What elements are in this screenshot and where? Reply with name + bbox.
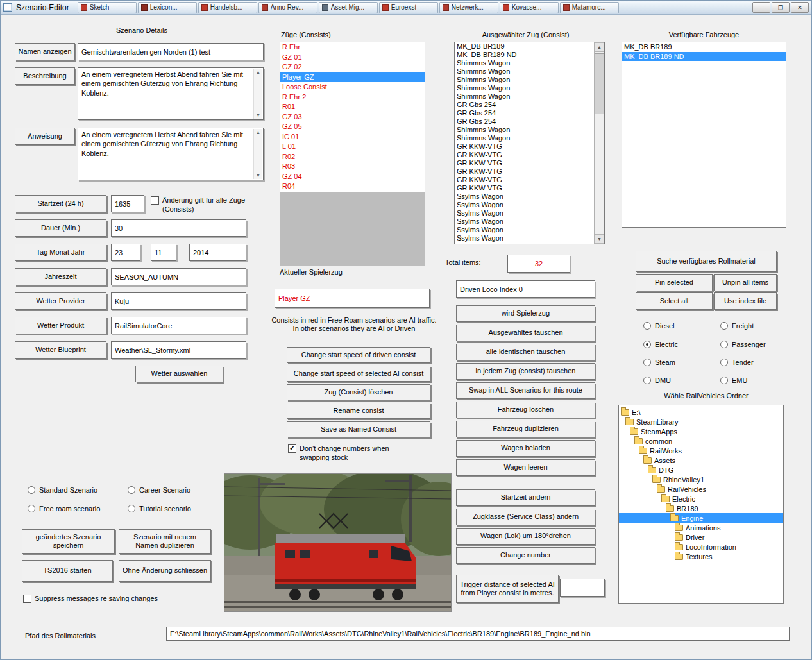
- year-field[interactable]: 2014: [189, 244, 246, 261]
- vehicle-item[interactable]: MK_DB BR189 ND: [622, 52, 786, 62]
- consist-item[interactable]: IC 01: [280, 132, 425, 142]
- consist-vehicle-item[interactable]: Shimmns Wagon: [455, 67, 594, 76]
- radio-circle[interactable]: [720, 377, 728, 384]
- driven-loco-index-field[interactable]: Driven Loco Index 0: [456, 280, 595, 298]
- tree-item[interactable]: RailVehicles: [619, 484, 783, 494]
- tree-item[interactable]: DTG: [619, 465, 783, 475]
- taskbar-tab[interactable]: Handelsb...: [198, 2, 257, 13]
- consist-item[interactable]: R02: [280, 152, 425, 162]
- taskbar-tab[interactable]: Sketch: [78, 2, 137, 13]
- consist-vehicle-item[interactable]: GR KKW-VTG: [455, 176, 594, 184]
- start-time-field[interactable]: 1635: [111, 195, 144, 212]
- consist-vehicle-item[interactable]: Shimmns Wagon: [455, 84, 594, 92]
- taskbar-tab[interactable]: Netzwerk...: [439, 2, 498, 13]
- show-name-button[interactable]: Namen anzeigen: [15, 43, 75, 60]
- tree-item[interactable]: common: [619, 436, 783, 446]
- description-scrollbar[interactable]: ▲ ▼: [253, 69, 262, 119]
- consist-vehicle-item[interactable]: Ssylms Wagon: [455, 201, 594, 209]
- consist-vehicle-item[interactable]: GR KKW-VTG: [455, 151, 594, 159]
- consist-item[interactable]: GZ 05: [280, 122, 425, 132]
- scroll-up-arrow[interactable]: ▲: [595, 42, 604, 52]
- weather-blueprint-field[interactable]: Weather\SL_Stormy.xml: [111, 341, 246, 359]
- select-all-button[interactable]: Select all: [636, 292, 713, 310]
- radio-circle[interactable]: [643, 341, 651, 348]
- radio-steam[interactable]: Steam: [643, 359, 675, 366]
- tree-item[interactable]: Driver: [619, 532, 783, 542]
- tree-item[interactable]: Animations: [619, 523, 783, 532]
- change-service-class-button[interactable]: Zugklasse (Service Class) ändern: [456, 509, 595, 525]
- season-button[interactable]: Jahreszeit: [15, 268, 106, 285]
- consist-vehicle-item[interactable]: Ssylms Wagon: [455, 217, 594, 226]
- tree-item[interactable]: SteamLibrary: [619, 417, 783, 427]
- consist-vehicle-item[interactable]: Ssylms Wagon: [455, 226, 594, 234]
- radio-freight[interactable]: Freight: [720, 322, 754, 330]
- minimize-button[interactable]: —: [752, 2, 770, 13]
- selected-consist-scrollbar[interactable]: ▲ ▼: [594, 42, 604, 244]
- total-items-field[interactable]: 32: [507, 255, 570, 273]
- radio-circle[interactable]: [643, 322, 651, 330]
- taskbar-tab[interactable]: Euroexst: [379, 2, 438, 13]
- rotate-180-button[interactable]: Wagen (Lok) um 180°drehen: [456, 528, 595, 545]
- description-textarea[interactable]: An einem verregnetem Herbst Abend fahren…: [78, 67, 264, 120]
- rename-consist-button[interactable]: Rename consist: [287, 403, 430, 419]
- consist-item[interactable]: GZ 01: [280, 53, 425, 63]
- unpin-all-items-button[interactable]: Unpin all items: [714, 274, 777, 291]
- duplicate-vehicle-button[interactable]: Fahrzeug duplizieren: [456, 421, 595, 437]
- radio-free-roam-scenario[interactable]: Free roam scenario: [28, 505, 100, 512]
- consist-item[interactable]: R04: [280, 182, 425, 192]
- radio-circle[interactable]: [643, 377, 651, 384]
- radio-emu[interactable]: EMU: [720, 377, 747, 384]
- consist-item[interactable]: GZ 02: [280, 62, 425, 72]
- duration-button[interactable]: Dauer (Min.): [15, 219, 106, 237]
- scroll-down-arrow[interactable]: ▼: [595, 234, 604, 244]
- consist-vehicle-item[interactable]: Shimmns Wagon: [455, 92, 594, 101]
- scenario-name-field[interactable]: Gemischtwarenladen gen Norden (1) test: [78, 43, 264, 60]
- instruction-textarea[interactable]: An einem verregnetem Herbst Abend fahren…: [78, 128, 264, 180]
- save-named-consist-button[interactable]: Save as Named Consist: [287, 421, 430, 437]
- trigger-distance-field[interactable]: [560, 579, 605, 597]
- tree-item[interactable]: E:\: [619, 407, 783, 417]
- empty-wagon-button[interactable]: Wagen leeren: [456, 459, 595, 476]
- consist-vehicle-item[interactable]: GR KKW-VTG: [455, 142, 594, 151]
- scroll-down-icon[interactable]: ▼: [256, 113, 260, 117]
- taskbar-tab[interactable]: Matamorc...: [560, 2, 619, 13]
- radio-circle[interactable]: [720, 341, 728, 348]
- checkbox-box[interactable]: [23, 595, 31, 603]
- consist-vehicle-item[interactable]: GR KKW-VTG: [455, 159, 594, 167]
- radio-diesel[interactable]: Diesel: [643, 322, 675, 330]
- consist-item[interactable]: R Ehr 2: [280, 92, 425, 103]
- consist-item[interactable]: Player GZ: [280, 72, 425, 83]
- consist-vehicle-item[interactable]: MK_DB BR189 ND: [455, 51, 594, 59]
- radio-circle[interactable]: [128, 505, 135, 512]
- scroll-up-icon[interactable]: ▲: [256, 130, 260, 135]
- consist-vehicle-item[interactable]: Ssylms Wagon: [455, 192, 594, 201]
- swap-in-every-consist-button[interactable]: in jedem Zug (consist) tauschen: [456, 363, 595, 380]
- load-wagon-button[interactable]: Wagen beladen: [456, 440, 595, 457]
- radio-electric[interactable]: Electric: [643, 341, 678, 348]
- consist-item[interactable]: GZ 03: [280, 112, 425, 123]
- tree-item[interactable]: RhineValley1: [619, 475, 783, 484]
- radio-circle[interactable]: [28, 486, 35, 494]
- day-field[interactable]: 23: [111, 244, 140, 261]
- tree-item[interactable]: SteamApps: [619, 427, 783, 436]
- season-field[interactable]: SEASON_AUTUMN: [111, 268, 246, 285]
- consist-item[interactable]: R03: [280, 162, 425, 172]
- tree-item[interactable]: RailWorks: [619, 446, 783, 455]
- weather-provider-field[interactable]: Kuju: [111, 292, 246, 310]
- save-changed-scenario-button[interactable]: geändertes Szenario speichern: [22, 529, 115, 554]
- weather-blueprint-button[interactable]: Wetter Blueprint: [15, 341, 106, 359]
- tree-item[interactable]: BR189: [619, 503, 783, 513]
- dont-change-numbers-checkbox[interactable]: Don't change numbers when swapping stock: [288, 444, 410, 462]
- scrollbar-track[interactable]: [595, 52, 604, 234]
- taskbar-tab[interactable]: Kovacse...: [500, 2, 559, 13]
- radio-tender[interactable]: Tender: [720, 359, 754, 366]
- apply-all-trains-checkbox[interactable]: Änderung gilt für alle Züge (Consists): [151, 196, 248, 214]
- consist-vehicle-item[interactable]: GR Gbs 254: [455, 101, 594, 109]
- weather-product-field[interactable]: RailSimulatorCore: [111, 317, 246, 334]
- radio-circle[interactable]: [720, 359, 728, 366]
- change-speed-ai-button[interactable]: Change start speed of selected AI consis…: [287, 366, 430, 382]
- radio-circle[interactable]: [643, 359, 651, 366]
- close-button[interactable]: ✕: [791, 2, 809, 13]
- duration-field[interactable]: 30: [111, 219, 246, 237]
- scroll-up-icon[interactable]: ▲: [256, 70, 260, 74]
